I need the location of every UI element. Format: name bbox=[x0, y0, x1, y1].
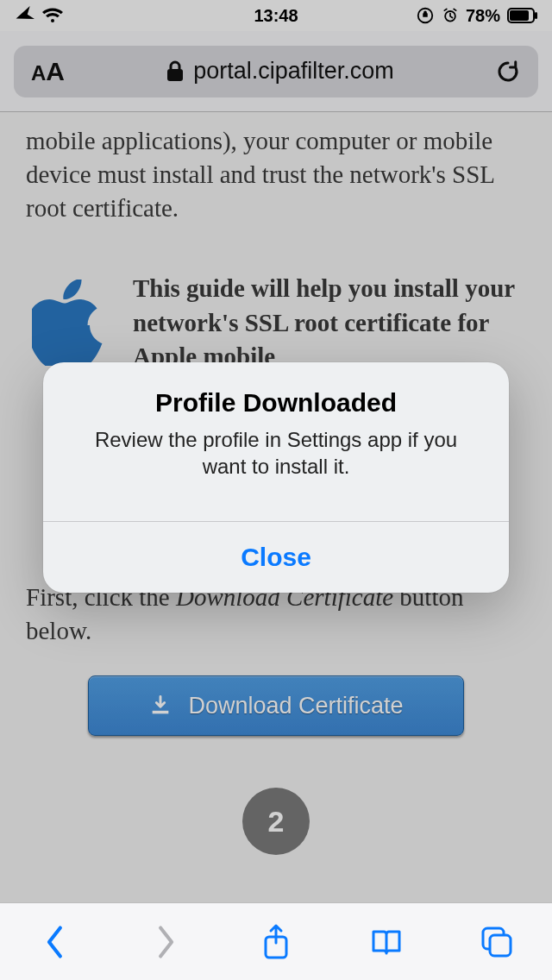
tabs-button[interactable] bbox=[473, 918, 521, 966]
forward-button bbox=[141, 918, 190, 966]
back-button[interactable] bbox=[31, 918, 79, 966]
profile-downloaded-alert: Profile Downloaded Review the profile in… bbox=[43, 362, 509, 593]
svg-rect-8 bbox=[490, 935, 511, 956]
alert-title: Profile Downloaded bbox=[71, 388, 481, 418]
alert-close-button[interactable]: Close bbox=[43, 522, 509, 593]
safari-bottom-toolbar bbox=[0, 902, 552, 980]
bookmarks-button[interactable] bbox=[362, 918, 411, 966]
alert-message: Review the profile in Settings app if yo… bbox=[71, 426, 481, 480]
share-button[interactable] bbox=[252, 918, 300, 966]
